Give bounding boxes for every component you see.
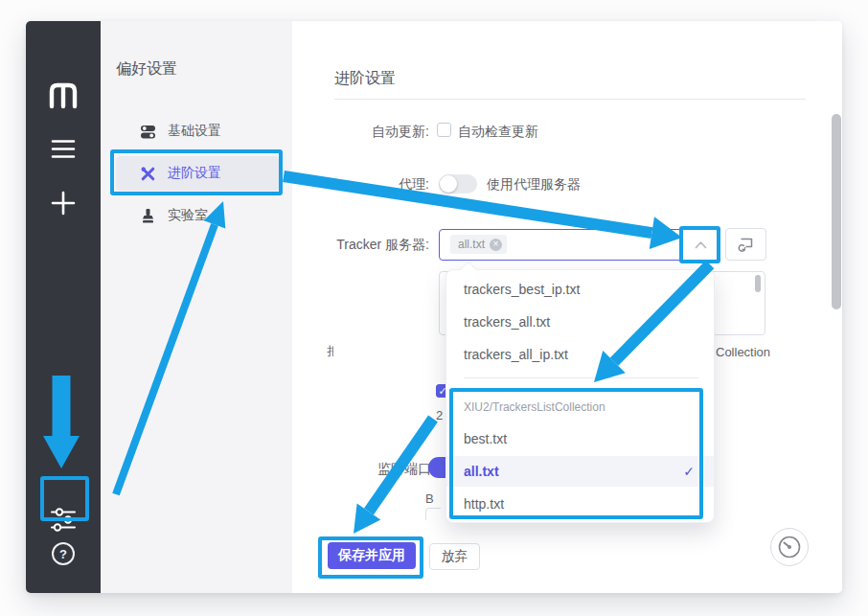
task-list-icon[interactable] [26, 139, 101, 159]
title-divider [334, 99, 806, 100]
auto-update-checkbox[interactable] [437, 123, 451, 137]
help-question-glyph: ? [52, 542, 75, 565]
lab-stamp-icon [140, 208, 156, 224]
nav-item-lab[interactable]: 实验室 [116, 198, 279, 233]
tools-icon [140, 166, 156, 182]
speed-gauge-icon [777, 535, 802, 559]
tracker-source-select[interactable]: all.txt × [439, 229, 720, 261]
proxy-option-label: 使用代理服务器 [487, 176, 581, 194]
tracker-label: Tracker 服务器: [292, 237, 429, 254]
tracker-tag: all.txt × [450, 235, 507, 254]
motrix-logo [26, 80, 101, 109]
app-window: ? 偏好设置 基础设置 进阶设置 [26, 21, 842, 593]
add-task-icon[interactable] [26, 191, 101, 216]
dropdown-divider [464, 377, 698, 378]
nav-item-label: 进阶设置 [168, 165, 221, 182]
sync-tracker-button[interactable] [725, 228, 766, 261]
auto-update-option-label: 自动检查更新 [458, 124, 538, 141]
auto-update-label: 自动更新: [292, 124, 429, 141]
dropdown-item[interactable]: trackers_best_ip.txt [446, 273, 714, 306]
motrix-logo-icon [47, 80, 80, 109]
dropdown-group-label: XIU2/TrackersListCollection [464, 400, 605, 414]
switch-knob [440, 175, 457, 193]
app-sidebar: ? [26, 21, 101, 593]
tracker-source-dropdown: trackers_best_ip.txt trackers_all.txt tr… [445, 269, 715, 523]
sync-tracker-icon [737, 237, 755, 253]
row-start-fragment: B [425, 491, 434, 506]
discard-button[interactable]: 放弃 [429, 543, 480, 570]
check-icon: ✓ [683, 456, 695, 487]
preferences-icon[interactable] [26, 508, 101, 532]
screenshot-root: ? 偏好设置 基础设置 进阶设置 [0, 0, 868, 616]
help-text-fragment-2: 〈 [327, 356, 333, 374]
save-apply-button[interactable]: 保存并应用 [328, 542, 416, 569]
help-text-collection: Collection [716, 345, 783, 359]
hidden-input-corner [425, 508, 441, 520]
nav-item-label: 基础设置 [168, 123, 221, 140]
help-icon[interactable]: ? [26, 542, 101, 565]
dropdown-item[interactable]: trackers_all_ip.txt [446, 338, 714, 371]
main-scrollbar-thumb[interactable] [832, 114, 841, 309]
tracker-tag-text: all.txt [458, 238, 485, 251]
dropdown-item-label: all.txt [464, 464, 499, 479]
proxy-label: 代理: [292, 176, 429, 194]
dropdown-item[interactable]: http.txt [446, 489, 714, 519]
listen-port-label: 监听端口 [292, 461, 431, 478]
textarea-scrollbar-thumb[interactable] [755, 275, 761, 292]
page-title: 进阶设置 [334, 69, 396, 89]
nav-title: 偏好设置 [116, 59, 177, 80]
toggles-icon [140, 124, 156, 140]
preferences-nav: 偏好设置 基础设置 进阶设置 [101, 21, 292, 593]
proxy-switch[interactable] [439, 174, 477, 194]
chevron-up-icon[interactable] [695, 240, 707, 249]
nav-item-label: 实验室 [168, 207, 208, 224]
dropdown-item[interactable]: best.txt [446, 423, 714, 454]
nav-item-advanced-settings[interactable]: 进阶设置 [116, 156, 279, 191]
nav-item-basic-settings[interactable]: 基础设置 [116, 114, 279, 148]
speed-limit-button[interactable] [770, 528, 809, 566]
dropdown-item-selected[interactable]: all.txt ✓ [446, 456, 714, 487]
dropdown-item[interactable]: trackers_all.txt [446, 306, 714, 338]
tag-close-icon[interactable]: × [490, 239, 502, 251]
advanced-settings-panel: 进阶设置 自动更新: 自动检查更新 代理: 使用代理服务器 Tracker 服务… [292, 21, 842, 593]
